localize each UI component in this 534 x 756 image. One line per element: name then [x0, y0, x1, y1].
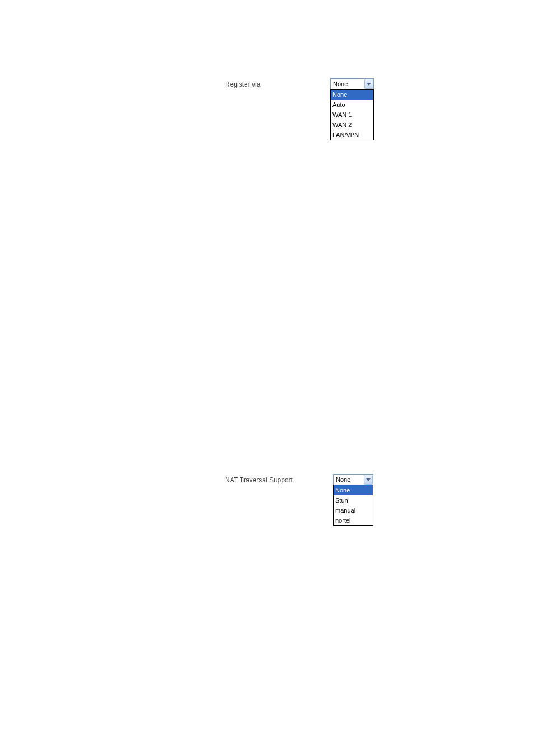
nat-traversal-list: None Stun manual nortel — [333, 485, 373, 526]
nat-traversal-select[interactable]: None — [333, 474, 373, 485]
nat-traversal-field: NAT Traversal Support None None Stun man… — [225, 474, 373, 526]
register-via-option-wan2[interactable]: WAN 2 — [331, 120, 373, 130]
register-via-select[interactable]: None — [330, 78, 374, 90]
register-via-list: None Auto WAN 1 WAN 2 LAN/VPN — [330, 89, 374, 140]
nat-traversal-option-nortel[interactable]: nortel — [334, 515, 373, 525]
register-via-option-wan1[interactable]: WAN 1 — [331, 110, 373, 120]
register-via-dropdown[interactable]: None None Auto WAN 1 WAN 2 LAN/VPN — [330, 78, 374, 140]
chevron-down-icon[interactable] — [364, 475, 373, 485]
register-via-field: Register via None None Auto WAN 1 WAN 2 … — [225, 78, 374, 140]
chevron-down-icon[interactable] — [364, 79, 373, 89]
nat-traversal-option-manual[interactable]: manual — [334, 505, 373, 515]
svg-marker-1 — [366, 478, 371, 481]
nat-traversal-option-none[interactable]: None — [334, 485, 373, 495]
nat-traversal-label: NAT Traversal Support — [225, 474, 333, 484]
nat-traversal-option-stun[interactable]: Stun — [334, 495, 373, 505]
svg-marker-0 — [367, 83, 371, 86]
register-via-option-auto[interactable]: Auto — [331, 100, 373, 110]
nat-traversal-value: None — [334, 476, 364, 483]
register-via-option-none[interactable]: None — [331, 90, 373, 100]
register-via-value: None — [331, 81, 364, 87]
register-via-label: Register via — [225, 78, 330, 88]
nat-traversal-dropdown[interactable]: None None Stun manual nortel — [333, 474, 373, 526]
register-via-option-lanvpn[interactable]: LAN/VPN — [331, 130, 373, 140]
